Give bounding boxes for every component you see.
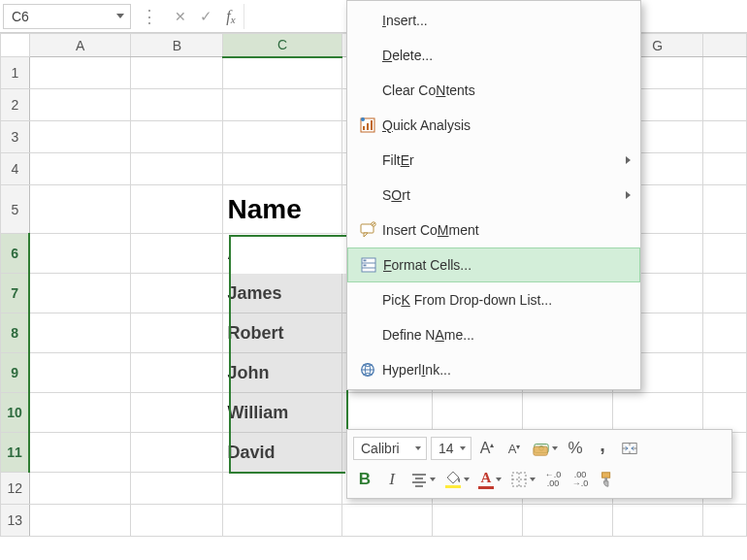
row-header[interactable]: 1 [1, 57, 30, 89]
ctx-insert-comment[interactable]: Insert CoMment [347, 213, 640, 247]
row-header[interactable]: 13 [1, 505, 30, 537]
cell-c10[interactable]: William [223, 393, 341, 433]
cell[interactable] [131, 57, 223, 89]
cell[interactable] [223, 473, 341, 505]
decrease-decimal-button[interactable]: .00 →.0 [568, 468, 592, 491]
ctx-sort[interactable]: SOrt [347, 178, 640, 213]
merge-center-button[interactable] [618, 437, 641, 460]
cell-c7[interactable]: James [223, 274, 341, 313]
fx-icon[interactable]: fx [218, 8, 244, 25]
cell[interactable] [131, 505, 223, 537]
accounting-format-button[interactable] [530, 437, 560, 460]
italic-button[interactable]: I [380, 468, 404, 491]
cell[interactable] [702, 121, 746, 153]
cell[interactable] [702, 185, 746, 234]
format-painter-button[interactable] [596, 468, 619, 491]
cell[interactable] [702, 274, 746, 313]
cell[interactable] [223, 89, 341, 121]
increase-decimal-button[interactable]: ←.0 .00 [541, 468, 565, 491]
cell[interactable] [29, 153, 131, 185]
cell[interactable] [612, 505, 702, 537]
select-all-corner[interactable] [1, 34, 30, 57]
name-box[interactable]: C6 [3, 4, 131, 29]
cell-c8[interactable]: Robert [223, 313, 341, 353]
cell[interactable] [29, 433, 131, 473]
row-header[interactable]: 10 [1, 393, 30, 433]
cell-c11[interactable]: David [223, 433, 341, 473]
cell-c9[interactable]: John [223, 353, 341, 393]
cell[interactable] [131, 234, 223, 274]
cell[interactable] [131, 353, 223, 393]
ctx-define-name[interactable]: Define NAme... [347, 317, 640, 352]
cell[interactable] [131, 473, 223, 505]
cell[interactable] [29, 313, 131, 353]
ctx-delete[interactable]: Delete... [347, 38, 640, 73]
col-header[interactable]: A [29, 34, 131, 57]
cell[interactable] [702, 89, 746, 121]
cell[interactable] [29, 185, 131, 234]
cell[interactable] [29, 89, 131, 121]
font-color-button[interactable]: A [475, 468, 503, 491]
row-header[interactable]: 4 [1, 153, 30, 185]
cell[interactable] [29, 274, 131, 313]
font-select[interactable]: Calibri [353, 437, 427, 460]
shrink-font-button[interactable]: A▾ [503, 437, 526, 460]
cell[interactable] [223, 505, 341, 537]
cell[interactable] [29, 234, 131, 274]
cell[interactable] [612, 393, 702, 433]
cancel-icon[interactable]: ✕ [168, 4, 193, 29]
row-header[interactable]: 3 [1, 121, 30, 153]
center-align-button[interactable] [407, 468, 438, 491]
font-size-select[interactable]: 14 [431, 437, 471, 460]
cell[interactable] [702, 153, 746, 185]
cell-c6[interactable]: Andrew [223, 234, 341, 274]
cell[interactable] [522, 505, 612, 537]
col-header[interactable] [702, 34, 746, 57]
cell[interactable] [131, 433, 223, 473]
row-header[interactable]: 2 [1, 89, 30, 121]
cell[interactable] [29, 473, 131, 505]
cell[interactable] [131, 89, 223, 121]
cell[interactable] [29, 505, 131, 537]
row-header[interactable]: 6 [1, 234, 30, 274]
cell[interactable] [131, 313, 223, 353]
cell[interactable] [223, 57, 341, 89]
col-header[interactable]: C [223, 34, 341, 57]
row-header[interactable]: 9 [1, 353, 30, 393]
cell[interactable] [341, 393, 432, 433]
cell-c5[interactable]: Name [223, 185, 341, 234]
cell[interactable] [341, 505, 432, 537]
borders-button[interactable] [507, 468, 537, 491]
row-header[interactable]: 12 [1, 473, 30, 505]
cell[interactable] [131, 121, 223, 153]
ctx-hyperlink[interactable]: HyperlInk... [347, 352, 640, 387]
cell[interactable] [702, 505, 746, 537]
ctx-filter[interactable]: FiltEr [347, 143, 640, 178]
row-header[interactable]: 8 [1, 313, 30, 353]
cell[interactable] [131, 153, 223, 185]
ctx-pick-from-list[interactable]: PicK From Drop-down List... [347, 282, 640, 317]
row-header[interactable]: 11 [1, 433, 30, 473]
cell[interactable] [29, 121, 131, 153]
cell[interactable] [702, 313, 746, 353]
row-header[interactable]: 7 [1, 274, 30, 313]
cell[interactable] [223, 153, 341, 185]
cell[interactable] [131, 274, 223, 313]
cell[interactable] [432, 393, 522, 433]
row-header[interactable]: 5 [1, 185, 30, 234]
cell[interactable] [432, 505, 522, 537]
comma-style-button[interactable]: , [591, 437, 614, 460]
ctx-format-cells[interactable]: Format Cells... [347, 247, 640, 282]
cell[interactable] [131, 393, 223, 433]
ctx-quick-analysis[interactable]: Quick Analysis [347, 108, 640, 143]
ctx-clear-contents[interactable]: Clear CoNtents [347, 73, 640, 108]
cell[interactable] [29, 393, 131, 433]
ctx-insert[interactable]: Insert... [347, 3, 640, 38]
cell[interactable] [702, 234, 746, 274]
cell[interactable] [131, 185, 223, 234]
enter-icon[interactable]: ✓ [193, 4, 218, 29]
cell[interactable] [522, 393, 612, 433]
cell[interactable] [29, 57, 131, 89]
vertical-dots-icon[interactable]: ⋮ [137, 4, 162, 29]
cell[interactable] [702, 57, 746, 89]
